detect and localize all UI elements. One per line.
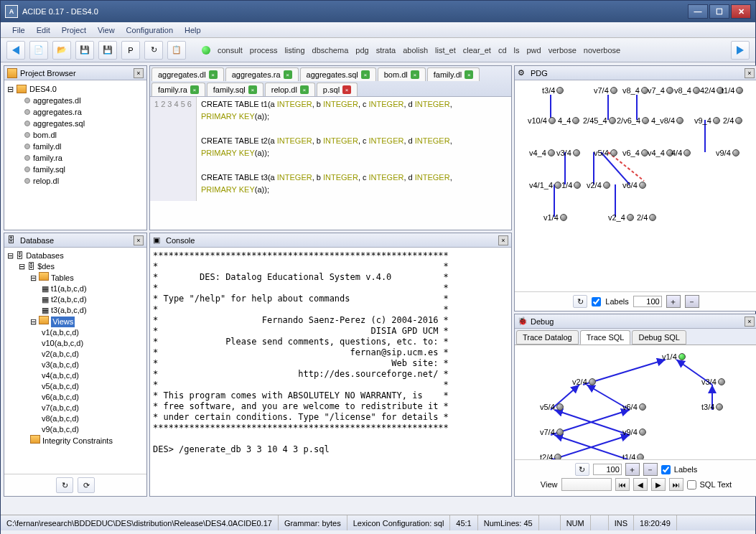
pdg-node[interactable]: 42/4	[700, 86, 724, 95]
project-file[interactable]: bom.dl	[24, 129, 144, 141]
pdg-node[interactable]: v9/4	[716, 149, 739, 157]
tab-close-icon[interactable]: ×	[465, 70, 473, 79]
back-button[interactable]	[6, 41, 25, 60]
editor-tab[interactable]: family.ra×	[151, 83, 205, 96]
pdg-node[interactable]: v3/4	[556, 149, 580, 157]
project-file[interactable]: family.dl	[24, 141, 144, 152]
db-view[interactable]: v1(a,b,c,d)	[7, 327, 144, 338]
project-file[interactable]: aggregates.dl	[24, 95, 144, 106]
db-view[interactable]: v5(a,b,c,d)	[7, 381, 144, 392]
debug-tab[interactable]: Trace SQL	[580, 330, 631, 345]
menu-configuration[interactable]: Configuration	[122, 24, 177, 36]
save-all-button[interactable]: 💾	[98, 41, 117, 60]
debug-node[interactable]: v3/4	[701, 378, 725, 386]
debug-node[interactable]: v7/4	[540, 428, 564, 436]
menu-help[interactable]: Help	[180, 24, 205, 36]
debug-graph[interactable]: v1/4v2/4v3/4v5/4v6/4t3/4v7/4v9/4t2/4t1/4	[515, 345, 756, 459]
db-table[interactable]: ▦ t1(a,b,c,d)	[7, 284, 144, 294]
cmd-listing[interactable]: listing	[281, 46, 307, 55]
pdg-node[interactable]: 4_v8/4	[651, 116, 683, 125]
zoom-input[interactable]	[633, 296, 662, 307]
debug-labels-checkbox[interactable]	[661, 465, 671, 474]
maximize-button[interactable]: ☐	[709, 4, 729, 19]
forward-button[interactable]	[731, 41, 750, 60]
pdg-node[interactable]: v5/4	[594, 149, 617, 157]
pdg-node[interactable]: 4_4	[558, 116, 579, 125]
pdg-node[interactable]: v9_4	[694, 116, 720, 125]
pdg-node[interactable]: v6/4	[622, 181, 646, 189]
tab-close-icon[interactable]: ×	[361, 70, 370, 79]
views-folder[interactable]: Views	[51, 317, 75, 327]
pdg-node[interactable]: 2/4	[723, 116, 742, 125]
pdg-node[interactable]: 2/4	[637, 213, 656, 222]
debug-node[interactable]: t2/4	[540, 453, 561, 459]
pdg-node[interactable]: v4_4	[648, 149, 673, 157]
labels-checkbox[interactable]	[592, 297, 601, 306]
tables-folder[interactable]: Tables	[51, 273, 74, 282]
debug-node[interactable]: v9/4	[622, 428, 646, 436]
editor-tab[interactable]: aggregates.sql×	[300, 67, 376, 81]
code-editor[interactable]: 1 2 3 4 5 6 CREATE TABLE t1(a INTEGER, b…	[150, 97, 511, 201]
cmd-process[interactable]: process	[247, 46, 281, 55]
sqltext-checkbox[interactable]	[687, 480, 696, 490]
project-root[interactable]: DES4.0	[29, 83, 57, 95]
debug-zoom-in-button[interactable]: ＋	[625, 463, 640, 476]
cmd-pwd[interactable]: pwd	[523, 46, 543, 55]
debug-refresh-button[interactable]: ↻	[575, 463, 589, 476]
db-view[interactable]: v2(a,b,c,d)	[7, 349, 144, 360]
nav-prev-button[interactable]: ◀	[633, 478, 648, 491]
db-view[interactable]: v8(a,b,c,d)	[7, 413, 144, 424]
editor-tab[interactable]: aggregates.ra×	[225, 67, 299, 81]
cmd-clear_et[interactable]: clear_et	[460, 46, 494, 55]
pdg-node[interactable]: 2/v6_4	[617, 116, 649, 125]
tab-close-icon[interactable]: ×	[284, 70, 292, 79]
close-button[interactable]: ✕	[731, 4, 751, 19]
debug-node[interactable]: v1/4	[662, 352, 686, 361]
editor-tab[interactable]: family.dl×	[427, 67, 480, 81]
db-root[interactable]: Databases	[26, 251, 64, 260]
cmd-abolish[interactable]: abolish	[400, 46, 431, 55]
cmd-verbose[interactable]: verbose	[546, 46, 579, 55]
pdg-node[interactable]: v7/4	[594, 86, 617, 95]
pdg-node[interactable]: v1/4	[543, 213, 567, 222]
menu-view[interactable]: View	[93, 24, 119, 36]
run-icon[interactable]	[202, 46, 210, 55]
pdg-node[interactable]: v7_4	[648, 86, 673, 95]
debug-node[interactable]: v5/4	[540, 403, 564, 411]
editor-tab[interactable]: relop.dl×	[265, 83, 315, 96]
pdg-node[interactable]: v6_4	[622, 149, 648, 157]
menu-file[interactable]: File	[8, 24, 29, 36]
copy-button[interactable]: 📋	[167, 41, 186, 60]
editor-tab[interactable]: aggregates.dl×	[151, 67, 224, 81]
pdg-graph[interactable]: t3/4v7/4v8_4v7_4v8_442/4t1/4v10/44_42/45…	[515, 80, 756, 291]
pdg-node[interactable]: 4/4	[671, 149, 691, 157]
pdg-node[interactable]: v8_4	[674, 86, 700, 95]
db-schema[interactable]: $des	[37, 262, 55, 271]
print-button[interactable]: P	[121, 41, 140, 60]
db-view[interactable]: v6(a,b,c,d)	[7, 392, 144, 403]
pdg-node[interactable]: v4_4	[529, 149, 555, 157]
db-view[interactable]: v9(a,b,c,d)	[7, 424, 144, 435]
editor-tab[interactable]: family.sql×	[207, 83, 263, 96]
integrity-constraints[interactable]: Integrity Constraints	[42, 436, 113, 445]
debug-node[interactable]: t1/4	[622, 453, 644, 459]
nav-first-button[interactable]: ⏮	[615, 478, 630, 491]
save-button[interactable]: 💾	[75, 41, 94, 60]
project-file[interactable]: relop.dl	[24, 175, 144, 187]
pdg-node[interactable]: 1/4	[561, 181, 581, 189]
cmd-cd[interactable]: cd	[495, 46, 510, 55]
zoom-out-button[interactable]: －	[685, 295, 699, 308]
debug-zoom-input[interactable]	[593, 464, 622, 475]
panel-close-icon[interactable]: ×	[134, 235, 144, 245]
project-file[interactable]: family.ra	[24, 152, 144, 164]
tab-close-icon[interactable]: ×	[342, 85, 351, 94]
refresh-button[interactable]: ↻	[144, 41, 163, 60]
new-file-button[interactable]: 📄	[29, 41, 48, 60]
tab-close-icon[interactable]: ×	[411, 70, 419, 79]
cmd-strata[interactable]: strata	[373, 46, 399, 55]
debug-zoom-out-button[interactable]: －	[643, 463, 658, 476]
project-file[interactable]: family.sql	[24, 164, 144, 175]
pdg-node[interactable]: t1/4	[722, 86, 743, 95]
open-button[interactable]: 📂	[52, 41, 71, 60]
console-output[interactable]: ****************************************…	[150, 248, 511, 496]
